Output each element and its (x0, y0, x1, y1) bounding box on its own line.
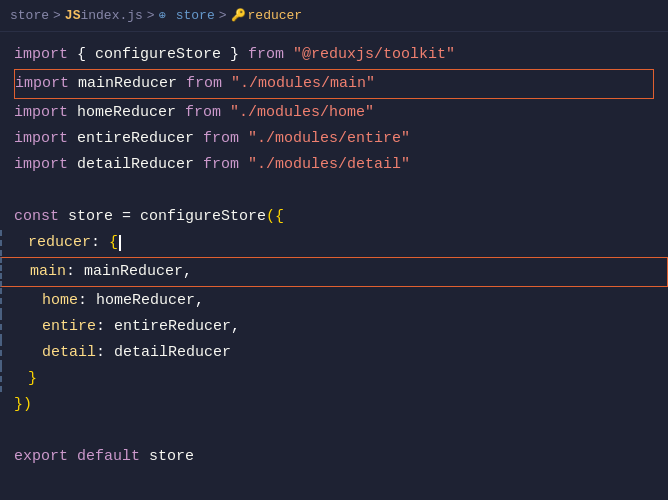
token: home (42, 289, 78, 313)
token: detailReducer (68, 153, 203, 177)
token: } (28, 367, 37, 391)
code-line: import homeReducer from "./modules/home" (0, 100, 668, 126)
code-line: } (0, 366, 668, 392)
breadcrumb-sep-2: > (147, 8, 155, 23)
token: : (96, 341, 105, 365)
token: "./modules/home" (221, 101, 374, 125)
token: import (14, 153, 68, 177)
token: { (68, 43, 95, 67)
token: import (14, 127, 68, 151)
token: , (195, 289, 204, 313)
breadcrumb-sep-3: > (219, 8, 227, 23)
token: } (221, 43, 248, 67)
breadcrumb-filename: index.js (80, 8, 142, 23)
code-editor: import { configureStore } from "@reduxjs… (0, 32, 668, 480)
code-line: detail: detailReducer (0, 340, 668, 366)
token: import (14, 43, 68, 67)
token: : (96, 315, 105, 339)
breadcrumb-store-icon: ⊕ store (159, 8, 215, 23)
token: "./modules/detail" (239, 153, 410, 177)
breadcrumb-js-badge: JS (65, 8, 81, 23)
text-cursor (119, 235, 121, 251)
token: from (203, 127, 239, 151)
token: configureStore (131, 205, 266, 229)
empty-line (0, 418, 668, 444)
token: = (122, 205, 131, 229)
token: mainReducer (75, 260, 183, 284)
token: homeReducer (68, 101, 185, 125)
code-line: }) (0, 392, 668, 418)
breadcrumb-sep-1: > (53, 8, 61, 23)
token: , (231, 315, 240, 339)
token: , (183, 260, 192, 284)
token: import (14, 101, 68, 125)
token: entire (42, 315, 96, 339)
token: export (14, 445, 68, 469)
reducer-icon: 🔑 (231, 9, 246, 23)
token: default (68, 445, 149, 469)
token: configureStore (95, 43, 221, 67)
token: homeReducer (87, 289, 195, 313)
token: const (14, 205, 59, 229)
code-line: home: homeReducer, (0, 288, 668, 314)
token: store (149, 445, 194, 469)
token: detailReducer (105, 341, 231, 365)
token: from (203, 153, 239, 177)
token: store (59, 205, 122, 229)
token: import (15, 72, 69, 96)
token: from (186, 72, 222, 96)
code-line: import { configureStore } from "@reduxjs… (0, 42, 668, 68)
token: reducer (28, 231, 91, 255)
token: }) (14, 393, 32, 417)
code-line: main: mainReducer, (0, 257, 668, 287)
store-icon: ⊕ (159, 9, 166, 23)
token: { (100, 231, 118, 255)
token: main (30, 260, 66, 284)
code-line: entire: entireReducer, (0, 314, 668, 340)
code-line: const store = configureStore({ (0, 204, 668, 230)
code-line: export default store (0, 444, 668, 470)
token: : (78, 289, 87, 313)
token: from (185, 101, 221, 125)
code-line: import entireReducer from "./modules/ent… (0, 126, 668, 152)
token: entireReducer (68, 127, 203, 151)
token: : (91, 231, 100, 255)
code-line: import detailReducer from "./modules/det… (0, 152, 668, 178)
code-line: reducer: { (0, 230, 668, 256)
empty-line (0, 178, 668, 204)
token: entireReducer (105, 315, 231, 339)
breadcrumb-reducer-label: reducer (248, 8, 303, 23)
token: ({ (266, 205, 284, 229)
token: "./modules/entire" (239, 127, 410, 151)
token: from (248, 43, 284, 67)
breadcrumb-store-text: store (10, 8, 49, 23)
breadcrumb-bar: store > JS index.js > ⊕ store > 🔑 reduce… (0, 0, 668, 32)
code-line: import mainReducer from "./modules/main" (14, 69, 654, 99)
token: "./modules/main" (222, 72, 375, 96)
token: mainReducer (69, 72, 186, 96)
token: detail (42, 341, 96, 365)
breadcrumb-reducer-icon: 🔑 (231, 8, 248, 23)
token: : (66, 260, 75, 284)
token: "@reduxjs/toolkit" (284, 43, 455, 67)
